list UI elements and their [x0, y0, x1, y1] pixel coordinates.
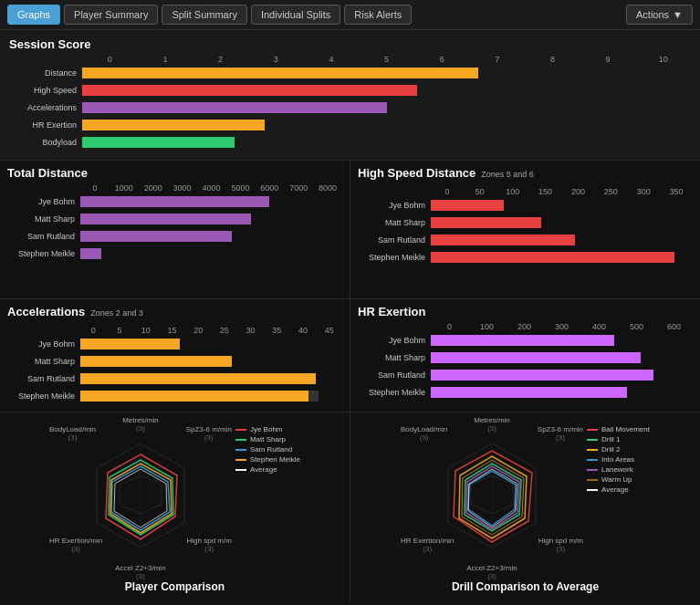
- drill-comparison-radar: Metres/min(3) SpZ3-6 m/min(3) High spd m…: [401, 416, 583, 580]
- accelerations-subtitle: Zones 2 and 3: [90, 308, 143, 318]
- svg-line-19: [492, 443, 536, 468]
- bar-row: Matt Sharp: [358, 350, 693, 365]
- drill-comparison-svg: [401, 416, 583, 580]
- bar-row: Sam Rutland: [358, 368, 693, 382]
- player-comparison-container: Metres/min(3) SpZ3-6 m/min(3) High spd m…: [4, 416, 346, 580]
- bar-row: Jye Bohm: [7, 337, 342, 351]
- session-score-axis: 0 1 2 3 4 5 6 7 8 9 10: [82, 55, 691, 64]
- accelerations-section: Accelerations Zones 2 and 3 0 5 10 15 20…: [0, 299, 350, 412]
- tab-player-summary[interactable]: Player Summary: [64, 5, 158, 25]
- total-distance-section: Total Distance 0 1000 2000 3000 4000 500…: [0, 161, 350, 298]
- drill-comparison-legend: Ball Movement Drill 1 Drill 2 Into Areas: [587, 425, 650, 495]
- bar-row: Sam Rutland: [7, 229, 342, 244]
- tab-risk-alerts[interactable]: Risk Alerts: [344, 5, 412, 25]
- total-distance-title: Total Distance: [7, 166, 342, 180]
- bar-row: Sam Rutland: [7, 371, 342, 386]
- bar-row: Jye Bohm: [358, 198, 693, 213]
- bar-row: High Speed: [9, 83, 691, 98]
- hr-exertion-section: HR Exertion 0 100 200 300 400 500 600 Jy…: [350, 299, 700, 412]
- drill-comparison-title: Drill Comparison to Average: [452, 580, 599, 597]
- drill-comparison-container: Metres/min(3) SpZ3-6 m/min(3) High spd m…: [354, 416, 696, 580]
- high-speed-chart: 0 50 100 150 200 250 300 350 Jye Bohm Ma…: [358, 187, 693, 265]
- bar-row: Matt Sharp: [7, 354, 342, 369]
- bar-row: Jye Bohm: [358, 333, 693, 348]
- accelerations-title: Accelerations: [7, 305, 85, 318]
- player-comparison-panel: Metres/min(3) SpZ3-6 m/min(3) High spd m…: [0, 412, 350, 600]
- total-distance-chart: 0 1000 2000 3000 4000 5000 6000 7000 800…: [7, 183, 342, 261]
- player-comparison-svg: [49, 416, 232, 580]
- top-nav: Graphs Player Summary Split Summary Indi…: [0, 0, 700, 30]
- bar-row: Accelerations: [9, 100, 691, 115]
- tab-split-summary[interactable]: Split Summary: [162, 5, 247, 25]
- bar-row: Bodyload: [9, 135, 691, 150]
- bottom-sections: Accelerations Zones 2 and 3 0 5 10 15 20…: [0, 299, 700, 412]
- player-comparison-title: Player Comparison: [125, 580, 225, 597]
- bar-row: Sam Rutland: [358, 233, 693, 247]
- hr-exertion-title: HR Exertion: [358, 305, 693, 318]
- main-content: Session Score 0 1 2 3 4 5 6 7 8 9 10 Dis…: [0, 30, 700, 600]
- svg-line-5: [97, 443, 141, 468]
- bar-row: Matt Sharp: [358, 215, 693, 230]
- radar-row: Metres/min(3) SpZ3-6 m/min(3) High spd m…: [0, 412, 700, 600]
- accelerations-chart: 0 5 10 15 20 25 30 35 40 45 Jye Bohm Mat…: [7, 326, 342, 403]
- bar-row: Matt Sharp: [7, 212, 342, 226]
- drill-comparison-panel: Metres/min(3) SpZ3-6 m/min(3) High spd m…: [350, 412, 700, 600]
- middle-row: Total Distance 0 1000 2000 3000 4000 500…: [0, 161, 700, 299]
- session-score-chart: 0 1 2 3 4 5 6 7 8 9 10 Distance High Spe…: [9, 55, 691, 150]
- high-speed-distance-section: High Speed Distance Zones 5 and 6 0 50 1…: [350, 161, 700, 298]
- session-score-section: Session Score 0 1 2 3 4 5 6 7 8 9 10 Dis…: [0, 30, 700, 161]
- bar-row: Stephen Meikle: [7, 389, 342, 403]
- player-comparison-legend: Jye Bohm Matt Sharp Sam Rutland Stephen …: [235, 425, 300, 475]
- session-score-title: Session Score: [9, 37, 691, 51]
- bar-row: HR Exertion: [9, 118, 691, 132]
- player-comparison-radar: Metres/min(3) SpZ3-6 m/min(3) High spd m…: [49, 416, 232, 580]
- high-speed-distance-title: High Speed Distance: [358, 166, 475, 180]
- bar-row: Stephen Meikle: [358, 385, 693, 400]
- chevron-down-icon: ▼: [673, 9, 683, 20]
- bar-row: Jye Bohm: [7, 194, 342, 209]
- bar-row: Stephen Meikle: [358, 250, 693, 265]
- bar-row: Distance: [9, 66, 691, 80]
- bar-row: Stephen Meikle: [7, 246, 342, 261]
- tab-individual-splits[interactable]: Individual Splits: [251, 5, 340, 25]
- tab-graphs[interactable]: Graphs: [7, 5, 60, 25]
- hr-exertion-chart: 0 100 200 300 400 500 600 Jye Bohm Matt …: [358, 322, 693, 400]
- high-speed-subtitle: Zones 5 and 6: [481, 170, 534, 179]
- actions-button[interactable]: Actions ▼: [626, 5, 693, 25]
